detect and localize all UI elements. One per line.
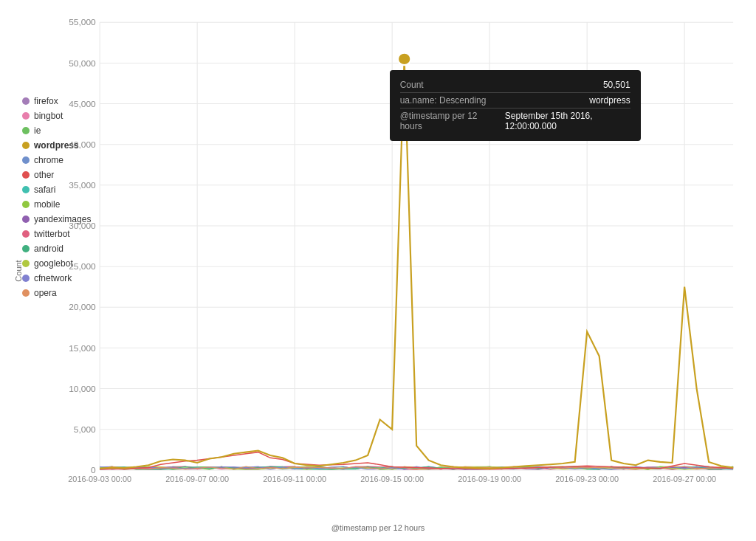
svg-text:40,000: 40,000 [69,139,96,149]
legend-dot-mobile [22,201,30,208]
legend-dot-twitterbot [22,230,30,238]
svg-text:2016-09-03 00:00: 2016-09-03 00:00 [68,475,131,484]
svg-point-38 [398,53,410,65]
svg-text:25,000: 25,000 [69,262,96,272]
svg-text:15,000: 15,000 [69,343,96,353]
svg-text:55,000: 55,000 [69,18,96,27]
svg-text:35,000: 35,000 [69,180,96,190]
legend-dot-ie [22,127,30,134]
svg-text:5,000: 5,000 [74,424,96,434]
svg-text:2016-09-07 00:00: 2016-09-07 00:00 [165,475,229,484]
legend-dot-android [22,245,30,252]
legend-dot-opera [22,289,30,297]
y-axis-label: Count [14,260,23,281]
svg-text:20,000: 20,000 [69,303,96,312]
legend-dot-chrome [22,156,30,164]
svg-text:10,000: 10,000 [69,384,96,393]
legend-dot-firefox [22,97,30,105]
svg-text:50,000: 50,000 [69,58,96,68]
legend-dot-yandeximages [22,216,30,223]
svg-text:2016-09-19 00:00: 2016-09-19 00:00 [458,475,521,484]
chart-area: 2016-09-03 00:002016-09-07 00:002016-09-… [52,15,741,500]
legend-label-ie: ie [34,125,41,136]
legend-dot-safari [22,186,30,193]
chart-container: Count @timestamp per 12 hours firefoxbin… [0,0,756,541]
svg-text:2016-09-15 00:00: 2016-09-15 00:00 [360,475,424,484]
svg-text:2016-09-23 00:00: 2016-09-23 00:00 [555,475,619,484]
svg-text:45,000: 45,000 [69,99,96,108]
svg-text:2016-09-27 00:00: 2016-09-27 00:00 [653,475,716,484]
svg-text:0: 0 [91,465,96,475]
svg-text:2016-09-11 00:00: 2016-09-11 00:00 [263,475,326,484]
legend-dot-bingbot [22,112,30,120]
legend-dot-other [22,171,30,179]
x-axis-label: @timestamp per 12 hours [331,523,425,532]
legend-dot-cfnetwork [22,275,30,282]
legend-dot-googlebot [22,260,30,267]
svg-text:30,000: 30,000 [69,221,96,230]
legend-dot-wordpress [22,142,30,149]
